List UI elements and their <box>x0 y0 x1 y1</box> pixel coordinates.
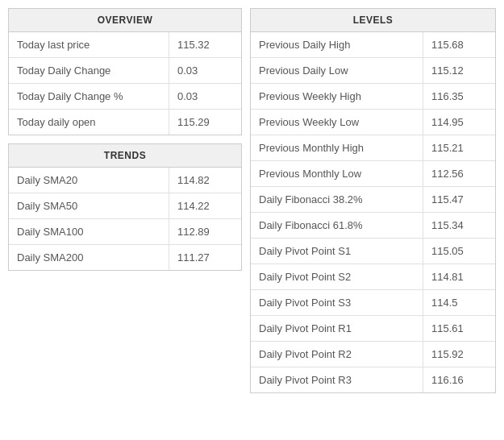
left-panel: OVERVIEW Today last price115.32Today Dai… <box>8 8 242 393</box>
row-label: Daily Pivot Point S1 <box>251 239 423 264</box>
trends-header: TRENDS <box>9 144 241 168</box>
row-value: 115.61 <box>423 316 495 341</box>
table-row: Today last price115.32 <box>9 32 241 58</box>
row-value: 115.68 <box>423 32 495 57</box>
row-value: 115.92 <box>423 342 495 367</box>
row-value: 0.03 <box>169 84 241 109</box>
row-label: Daily Pivot Point R1 <box>251 316 423 341</box>
row-value: 114.82 <box>169 168 241 193</box>
row-label: Daily Fibonacci 38.2% <box>251 187 423 212</box>
right-panel: LEVELS Previous Daily High115.68Previous… <box>250 8 496 393</box>
row-label: Today daily open <box>9 110 169 135</box>
table-row: Daily Pivot Point S1115.05 <box>251 239 495 264</box>
row-label: Previous Daily Low <box>251 58 423 83</box>
table-row: Previous Daily High115.68 <box>251 32 495 58</box>
trends-rows: Daily SMA20114.82Daily SMA50114.22Daily … <box>9 168 241 270</box>
row-label: Previous Daily High <box>251 32 423 57</box>
row-value: 115.21 <box>423 135 495 160</box>
overview-header: OVERVIEW <box>9 9 241 32</box>
row-label: Daily SMA200 <box>9 245 169 270</box>
row-value: 114.22 <box>169 193 241 218</box>
row-value: 114.95 <box>423 110 495 135</box>
row-label: Daily Fibonacci 61.8% <box>251 213 423 238</box>
table-row: Daily SMA50114.22 <box>9 193 241 219</box>
table-row: Daily SMA20114.82 <box>9 168 241 193</box>
table-row: Previous Monthly Low112.56 <box>251 161 495 187</box>
levels-header: LEVELS <box>251 9 495 32</box>
trends-section: TRENDS Daily SMA20114.82Daily SMA50114.2… <box>8 143 242 271</box>
table-row: Previous Weekly Low114.95 <box>251 110 495 135</box>
row-label: Today last price <box>9 32 169 57</box>
overview-rows: Today last price115.32Today Daily Change… <box>9 32 241 135</box>
row-label: Today Daily Change % <box>9 84 169 109</box>
row-label: Previous Monthly Low <box>251 161 423 186</box>
row-value: 115.29 <box>169 110 241 135</box>
levels-section: LEVELS Previous Daily High115.68Previous… <box>250 8 496 393</box>
row-label: Previous Monthly High <box>251 135 423 160</box>
row-value: 112.89 <box>169 219 241 244</box>
table-row: Daily Fibonacci 61.8%115.34 <box>251 213 495 239</box>
row-value: 115.47 <box>423 187 495 212</box>
main-container: OVERVIEW Today last price115.32Today Dai… <box>8 8 496 393</box>
row-value: 114.5 <box>423 290 495 315</box>
row-value: 115.32 <box>169 32 241 57</box>
row-value: 115.34 <box>423 213 495 238</box>
row-label: Daily SMA100 <box>9 219 169 244</box>
table-row: Previous Monthly High115.21 <box>251 135 495 161</box>
row-label: Daily Pivot Point S3 <box>251 290 423 315</box>
row-value: 114.81 <box>423 264 495 289</box>
row-label: Daily Pivot Point R3 <box>251 367 423 392</box>
table-row: Daily Pivot Point R2115.92 <box>251 342 495 367</box>
table-row: Daily Pivot Point S3114.5 <box>251 290 495 316</box>
levels-rows: Previous Daily High115.68Previous Daily … <box>251 32 495 392</box>
row-label: Daily Pivot Point S2 <box>251 264 423 289</box>
row-value: 116.35 <box>423 84 495 109</box>
row-label: Previous Weekly High <box>251 84 423 109</box>
table-row: Previous Weekly High116.35 <box>251 84 495 110</box>
table-row: Today daily open115.29 <box>9 110 241 135</box>
row-value: 115.12 <box>423 58 495 83</box>
row-label: Daily Pivot Point R2 <box>251 342 423 367</box>
table-row: Previous Daily Low115.12 <box>251 58 495 84</box>
table-row: Daily SMA100112.89 <box>9 219 241 245</box>
table-row: Daily Pivot Point R1115.61 <box>251 316 495 342</box>
overview-section: OVERVIEW Today last price115.32Today Dai… <box>8 8 242 135</box>
row-label: Daily SMA50 <box>9 193 169 218</box>
row-value: 111.27 <box>169 245 241 270</box>
row-value: 116.16 <box>423 367 495 392</box>
table-row: Today Daily Change0.03 <box>9 58 241 84</box>
table-row: Daily Pivot Point S2114.81 <box>251 264 495 290</box>
row-value: 115.05 <box>423 239 495 264</box>
row-label: Daily SMA20 <box>9 168 169 193</box>
table-row: Daily SMA200111.27 <box>9 245 241 270</box>
row-label: Today Daily Change <box>9 58 169 83</box>
row-value: 112.56 <box>423 161 495 186</box>
row-label: Previous Weekly Low <box>251 110 423 135</box>
table-row: Daily Pivot Point R3116.16 <box>251 367 495 392</box>
row-value: 0.03 <box>169 58 241 83</box>
table-row: Today Daily Change %0.03 <box>9 84 241 110</box>
table-row: Daily Fibonacci 38.2%115.47 <box>251 187 495 213</box>
